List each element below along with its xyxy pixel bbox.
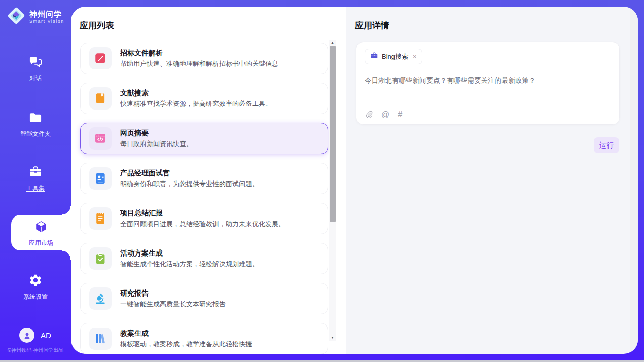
user-account[interactable]: AD [19, 328, 51, 343]
scroll-up-icon[interactable]: ▲ [329, 40, 336, 46]
app-card-title: 网页摘要 [120, 129, 149, 138]
prompt-card: Bing搜索 × 今日湖北有哪些新闻要点？有哪些需要关注的最新政策？ @ # [356, 42, 620, 125]
app-card-description: 明确身份和职责，为您提供专业性的面试问题。 [120, 179, 259, 189]
right-scroll-gutter [630, 7, 638, 354]
app-card-description: 智能生成个性化活动方案，轻松解决规划难题。 [120, 260, 259, 269]
prompt-toolbar: @ # [365, 110, 402, 119]
sidebar-item-label: 智能文件夹 [0, 130, 71, 138]
sidebar-item-label: 系统设置 [0, 293, 71, 301]
app-detail-title: 应用详情 [355, 20, 389, 31]
sidebar-item-label: 应用市场 [11, 239, 71, 247]
app-card-description: 全面回顾项目进展，总结经验教训，助力未来优化发展。 [120, 220, 285, 229]
user-name: AD [41, 331, 51, 340]
app-card[interactable]: 产品经理面试官 明确身份和职责，为您提供专业性的面试问题。 [80, 163, 328, 194]
bottom-edge-divider [0, 360, 644, 362]
app-title: 神州问学 [29, 10, 64, 18]
scrollbar: ▲ ▼ [329, 40, 336, 341]
edit-doc-icon [89, 47, 112, 69]
sidebar-item-app-market[interactable]: 应用市场 [11, 215, 71, 250]
app-subtitle: Smart Vision [29, 19, 64, 24]
app-detail-panel: 应用详情 Bing搜索 × 今日湖北有哪些新闻要点？有哪些需要关注的最新政策？ [346, 7, 638, 354]
app-card-title: 教案生成 [120, 329, 149, 338]
main-content: 应用列表 招标文件解析 帮助用户快速、准确地理解和解析招标书中的关键信息 文献搜… [71, 7, 638, 354]
app-card[interactable]: 研究报告 一键智能生成高质量长文本研究报告 [80, 283, 328, 314]
sidebar-item-system-settings[interactable]: 系统设置 [0, 273, 71, 301]
prompt-input[interactable]: 今日湖北有哪些新闻要点？有哪些需要关注的最新政策？ [365, 76, 611, 86]
app-card[interactable]: 活动方案生成 智能生成个性化活动方案，轻松解决规划难题。 [80, 243, 328, 274]
copyright-footer: ©神州数码·神州问学出品 [0, 347, 71, 354]
app-card-title: 产品经理面试官 [120, 169, 170, 178]
app-list-title: 应用列表 [80, 20, 114, 31]
sidebar-item-chat[interactable]: 对话 [0, 55, 71, 83]
app-card-description: 模板驱动，教案秒成，教学准备从此轻松快捷 [120, 340, 252, 349]
diamond-logo-icon [6, 6, 26, 28]
sidebar-item-label: 对话 [0, 74, 71, 83]
app-card-description: 一键智能生成高质量长文本研究报告 [120, 300, 226, 309]
sidebar: 神州问学 Smart Vision 对话 智能文件夹 工具集 应用市场 系统设置… [0, 0, 71, 362]
folder-icon [28, 111, 43, 125]
attachment-icon[interactable] [365, 110, 373, 119]
chat-icon [28, 55, 43, 69]
app-window: 神州问学 Smart Vision 对话 智能文件夹 工具集 应用市场 系统设置… [0, 0, 644, 362]
toolbox-icon [28, 165, 43, 179]
scroll-down-icon[interactable]: ▼ [329, 335, 336, 341]
cube-icon [34, 220, 48, 234]
app-card-description: 快速精准查找学术资源，提高研究效率的必备工具。 [120, 99, 272, 108]
app-logo: 神州问学 Smart Vision [6, 6, 64, 28]
browser-code-icon [89, 127, 112, 150]
tool-tag-bing-search[interactable]: Bing搜索 × [365, 49, 422, 64]
app-card-title: 活动方案生成 [120, 249, 163, 258]
app-card[interactable]: 文献搜索 快速精准查找学术资源，提高研究效率的必备工具。 [80, 83, 328, 114]
note-icon [89, 207, 112, 230]
book-icon [89, 87, 112, 110]
sidebar-item-toolset[interactable]: 工具集 [0, 165, 71, 193]
app-card-description: 每日政府新闻资讯快查。 [120, 139, 193, 149]
app-card[interactable]: 项目总结汇报 全面回顾项目进展，总结经验教训，助力未来优化发展。 [80, 203, 328, 234]
app-card-description: 帮助用户快速、准确地理解和解析招标书中的关键信息 [120, 59, 278, 68]
app-card-title: 项目总结汇报 [120, 209, 163, 218]
gear-icon [28, 273, 43, 287]
tool-tag-label: Bing搜索 [382, 52, 408, 61]
books-icon [89, 328, 112, 350]
microscope-icon [89, 287, 112, 310]
run-button[interactable]: 运行 [594, 137, 619, 153]
app-card[interactable]: 网页摘要 每日政府新闻资讯快查。 [80, 123, 328, 154]
sidebar-item-smart-folders[interactable]: 智能文件夹 [0, 111, 71, 138]
app-card[interactable]: 招标文件解析 帮助用户快速、准确地理解和解析招标书中的关键信息 [80, 43, 328, 74]
sidebar-item-label: 工具集 [0, 184, 71, 193]
app-card-title: 文献搜索 [120, 89, 149, 98]
avatar [19, 328, 34, 343]
close-icon[interactable]: × [413, 53, 417, 60]
person-doc-icon [89, 167, 112, 190]
app-card-title: 招标文件解析 [120, 49, 163, 58]
hash-icon[interactable]: # [398, 110, 402, 119]
briefcase-icon [370, 52, 378, 62]
app-card-title: 研究报告 [120, 289, 149, 298]
app-card-list: 招标文件解析 帮助用户快速、准确地理解和解析招标书中的关键信息 文献搜索 快速精… [80, 43, 328, 354]
app-card[interactable]: 教案生成 模板驱动，教案秒成，教学准备从此轻松快捷 [80, 323, 328, 354]
app-list-panel: 应用列表 招标文件解析 帮助用户快速、准确地理解和解析招标书中的关键信息 文献搜… [71, 7, 346, 354]
clipboard-check-icon [89, 247, 112, 270]
mention-icon[interactable]: @ [381, 110, 389, 119]
scrollbar-thumb[interactable] [330, 46, 336, 222]
